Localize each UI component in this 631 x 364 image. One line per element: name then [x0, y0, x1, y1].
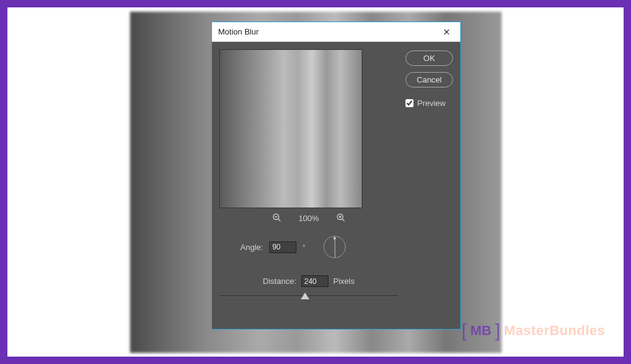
cancel-button[interactable]: Cancel	[405, 72, 453, 87]
angle-dial[interactable]	[324, 236, 346, 258]
angle-dial-dot	[333, 237, 336, 240]
preview-thumbnail[interactable]	[219, 49, 362, 208]
watermark-bracket-left: [	[462, 320, 466, 341]
watermark: [MB] MasterBundles	[462, 320, 605, 341]
zoom-out-icon[interactable]	[272, 213, 281, 224]
dialog-right-panel: OK Cancel Preview	[405, 49, 453, 322]
distance-unit: Pixels	[333, 277, 355, 286]
dialog-body: 100% Angle: ° Distance:	[212, 42, 460, 329]
dialog-title-bar: Motion Blur ✕	[212, 22, 460, 42]
distance-row: Distance: Pixels	[219, 275, 398, 287]
angle-label: Angle:	[240, 243, 263, 252]
watermark-bracket-right: ]	[495, 320, 500, 341]
distance-slider-thumb[interactable]	[301, 293, 309, 299]
angle-input[interactable]	[269, 241, 296, 253]
svg-line-1	[279, 219, 281, 222]
preview-checkbox[interactable]	[405, 99, 413, 107]
close-icon[interactable]: ✕	[439, 26, 454, 38]
watermark-logo-short: MB	[470, 323, 491, 339]
outer-white-frame: Motion Blur ✕ 100% Angle: °	[7, 7, 624, 357]
distance-input[interactable]	[301, 275, 328, 287]
angle-row: Angle: °	[219, 236, 398, 258]
watermark-text: MasterBundles	[504, 323, 605, 339]
preview-checkbox-label[interactable]: Preview	[405, 99, 453, 108]
preview-checkbox-text: Preview	[417, 99, 446, 108]
angle-unit: °	[303, 243, 305, 251]
zoom-level-text: 100%	[298, 214, 319, 223]
motion-blur-dialog: Motion Blur ✕ 100% Angle: °	[211, 22, 461, 330]
distance-slider-track[interactable]	[219, 296, 398, 297]
zoom-in-icon[interactable]	[336, 213, 345, 224]
svg-line-4	[342, 219, 344, 222]
zoom-controls: 100%	[219, 213, 398, 224]
ok-button[interactable]: OK	[405, 51, 453, 66]
dialog-title: Motion Blur	[218, 27, 259, 36]
angle-dial-line	[335, 237, 335, 257]
distance-label: Distance:	[263, 277, 296, 286]
dialog-left-panel: 100% Angle: ° Distance:	[219, 49, 398, 322]
